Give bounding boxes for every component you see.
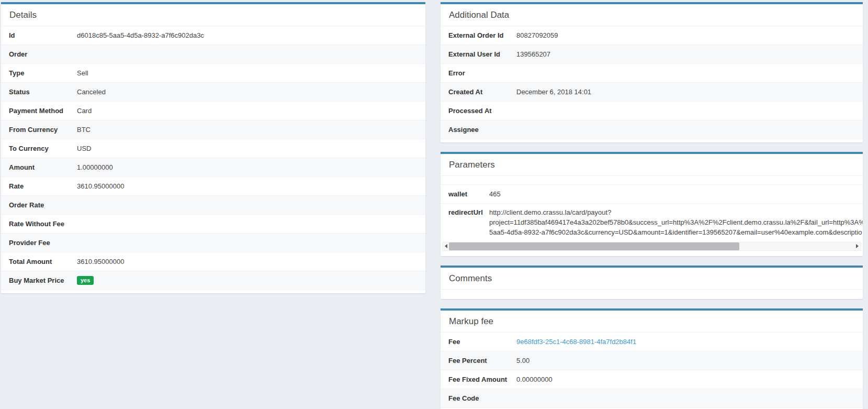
field-value: 80827092059 bbox=[516, 31, 563, 39]
field-value: December 6, 2018 14:01 bbox=[516, 88, 596, 96]
row-external-order-id: External Order Id 80827092059 bbox=[441, 26, 863, 45]
row-fee-percent: Fee Percent 5.00 bbox=[441, 351, 863, 370]
row-id: Id d6018c85-5aa5-4d5a-8932-a7f6c902da3c bbox=[1, 26, 425, 45]
field-label: Buy Market Price bbox=[1, 277, 77, 284]
parameters-panel-title: Parameters bbox=[441, 154, 863, 176]
parameters-panel: Parameters wallet 465 redirectUrl http:/… bbox=[441, 152, 863, 256]
field-value: 5.00 bbox=[516, 357, 535, 364]
url-line: project=11df385baf469417e4a3a202bef578b0… bbox=[489, 217, 863, 227]
row-buy-market-price: Buy Market Price yes bbox=[1, 271, 425, 290]
additional-data-panel-body: External Order Id 80827092059 External U… bbox=[441, 26, 863, 142]
field-label: Status bbox=[1, 88, 77, 96]
field-label: Provider Fee bbox=[1, 239, 77, 247]
field-label: Total Amount bbox=[1, 258, 77, 266]
scrollbar-right-arrow-icon[interactable] bbox=[853, 242, 861, 249]
field-label: Fee bbox=[441, 338, 516, 346]
yes-badge: yes bbox=[77, 276, 94, 285]
field-label: Error bbox=[441, 69, 516, 77]
row-processed-at: Processed At bbox=[441, 102, 863, 120]
details-panel-body: Id d6018c85-5aa5-4d5a-8932-a7f6c902da3c … bbox=[1, 26, 425, 293]
field-value: yes bbox=[77, 276, 99, 285]
field-value: 9e68fdf3-25c1-4c68-8981-4fa7fd2b84f1 bbox=[516, 338, 641, 346]
field-value: d6018c85-5aa5-4d5a-8932-a7f6c902da3c bbox=[77, 31, 209, 39]
field-label: To Currency bbox=[1, 145, 77, 152]
field-label: From Currency bbox=[1, 126, 77, 134]
field-label: Order bbox=[1, 50, 77, 58]
row-order: Order bbox=[1, 45, 425, 64]
additional-data-panel: Additional Data External Order Id 808270… bbox=[441, 2, 863, 142]
field-value: 139565207 bbox=[516, 50, 556, 58]
field-label: Rate bbox=[1, 182, 77, 190]
markup-fee-panel-title: Markup fee bbox=[441, 311, 863, 333]
field-label: redirectUrl bbox=[441, 207, 489, 216]
field-label: Processed At bbox=[441, 107, 516, 115]
row-payment-method: Payment Method Card bbox=[1, 102, 425, 120]
field-value: 0.00000000 bbox=[516, 375, 558, 383]
field-value: 465 bbox=[489, 190, 506, 198]
scrollbar-thumb[interactable] bbox=[449, 242, 739, 250]
field-value: 3610.95000000 bbox=[77, 258, 129, 266]
field-label: External User Id bbox=[441, 50, 516, 58]
row-provider-fee: Provider Fee bbox=[1, 234, 425, 252]
redirect-url-value: http://client.demo.crassu.la/card/payout… bbox=[489, 207, 863, 237]
row-wallet: wallet 465 bbox=[441, 185, 863, 204]
row-rate: Rate 3610.95000000 bbox=[1, 177, 425, 196]
row-error: Error bbox=[441, 64, 863, 83]
field-value: Canceled bbox=[77, 88, 111, 96]
fee-link[interactable]: 9e68fdf3-25c1-4c68-8981-4fa7fd2b84f1 bbox=[516, 338, 636, 346]
left-column: Details Id d6018c85-5aa5-4d5a-8932-a7f6c… bbox=[1, 2, 425, 409]
row-order-rate: Order Rate bbox=[1, 196, 425, 215]
field-value: 1.00000000 bbox=[77, 163, 118, 171]
details-panel: Details Id d6018c85-5aa5-4d5a-8932-a7f6c… bbox=[1, 2, 425, 293]
field-label: Fee Code bbox=[441, 394, 516, 402]
row-type: Type Sell bbox=[1, 64, 425, 83]
row-fee-code: Fee Code bbox=[441, 389, 863, 408]
field-value: USD bbox=[77, 145, 96, 152]
field-label: Created At bbox=[441, 88, 516, 96]
field-label: Rate Without Fee bbox=[1, 220, 77, 228]
row-rate-without-fee: Rate Without Fee bbox=[1, 215, 425, 234]
comments-panel: Comments bbox=[441, 266, 863, 299]
url-line: http://client.demo.crassu.la/card/payout… bbox=[489, 207, 863, 217]
markup-fee-panel-body: Fee 9e68fdf3-25c1-4c68-8981-4fa7fd2b84f1… bbox=[441, 333, 863, 409]
comments-panel-title: Comments bbox=[441, 268, 863, 290]
field-label: Order Rate bbox=[1, 201, 77, 209]
row-external-user-id: External User Id 139565207 bbox=[441, 45, 863, 64]
row-redirect-url: redirectUrl http://client.demo.crassu.la… bbox=[441, 204, 863, 240]
row-fee-fixed-amount: Fee Fixed Amount 0.00000000 bbox=[441, 370, 863, 389]
field-value: Sell bbox=[77, 69, 94, 77]
url-line: 5aa5-4d5a-8932-a7f6c902da3c&currency=USD… bbox=[489, 227, 863, 237]
row-created-at: Created At December 6, 2018 14:01 bbox=[441, 83, 863, 102]
field-label: Amount bbox=[1, 163, 77, 171]
row-fee: Fee 9e68fdf3-25c1-4c68-8981-4fa7fd2b84f1 bbox=[441, 333, 863, 351]
field-label: Fee Fixed Amount bbox=[441, 375, 516, 383]
additional-data-panel-title: Additional Data bbox=[441, 4, 863, 26]
row-amount: Amount 1.00000000 bbox=[1, 158, 425, 177]
row-from-currency: From Currency BTC bbox=[1, 120, 425, 139]
field-label: wallet bbox=[441, 190, 489, 198]
page: Details Id d6018c85-5aa5-4d5a-8932-a7f6c… bbox=[0, 0, 868, 409]
right-column: Additional Data External Order Id 808270… bbox=[441, 2, 863, 409]
horizontal-scrollbar[interactable] bbox=[442, 242, 861, 251]
field-label: Fee Percent bbox=[441, 357, 516, 364]
field-label: Id bbox=[1, 31, 77, 39]
field-label: Payment Method bbox=[1, 107, 77, 115]
field-value: 3610.95000000 bbox=[77, 182, 129, 190]
row-total-amount: Total Amount 3610.95000000 bbox=[1, 252, 425, 271]
field-label: Type bbox=[1, 69, 77, 77]
comments-panel-body bbox=[441, 290, 863, 299]
field-value: BTC bbox=[77, 126, 96, 134]
parameters-spacer bbox=[441, 176, 863, 185]
row-status: Status Canceled bbox=[1, 83, 425, 102]
row-assignee: Assignee bbox=[441, 120, 863, 139]
field-label: Assignee bbox=[441, 126, 516, 134]
parameters-panel-body: wallet 465 redirectUrl http://client.dem… bbox=[441, 176, 863, 256]
row-to-currency: To Currency USD bbox=[1, 139, 425, 158]
markup-fee-panel: Markup fee Fee 9e68fdf3-25c1-4c68-8981-4… bbox=[441, 308, 863, 409]
field-value: Card bbox=[77, 107, 97, 115]
details-panel-title: Details bbox=[1, 4, 425, 26]
field-label: External Order Id bbox=[441, 31, 516, 39]
